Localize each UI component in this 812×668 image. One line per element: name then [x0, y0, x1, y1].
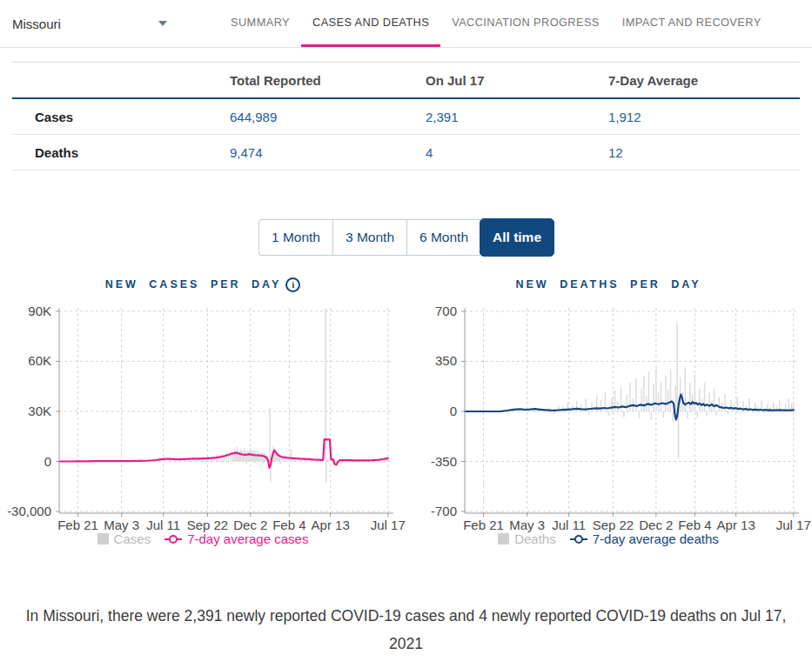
- region-selector[interactable]: Missouri: [12, 0, 167, 47]
- line-marker-icon: [570, 535, 587, 544]
- row-label-deaths: Deaths: [12, 145, 230, 160]
- tab-cases-and-deaths[interactable]: CASES AND DEATHS: [301, 0, 440, 47]
- deaths-bar-swatch-icon: [498, 533, 509, 544]
- new-cases-chart-card: NEW CASES PER DAY i 90K60K30K0-30,000Feb…: [0, 273, 406, 546]
- cases-bar-swatch-icon: [97, 533, 109, 544]
- column-header-on-jul-17: On Jul 17: [426, 63, 608, 97]
- tab-impact-and-recovery[interactable]: IMPACT AND RECOVERY: [611, 0, 773, 47]
- svg-text:Jul 11: Jul 11: [146, 518, 180, 532]
- svg-text:700: 700: [435, 304, 457, 318]
- svg-text:Dec 2: Dec 2: [639, 518, 673, 532]
- deaths-7-day-average: 12: [608, 145, 800, 160]
- svg-text:May 3: May 3: [509, 518, 545, 532]
- svg-text:Feb 4: Feb 4: [272, 518, 305, 532]
- charts-section: NEW CASES PER DAY i 90K60K30K0-30,000Feb…: [0, 273, 812, 546]
- svg-text:-30,000: -30,000: [7, 504, 51, 518]
- svg-text:Feb 4: Feb 4: [678, 518, 711, 532]
- legend-label-7-day-average-cases: 7-day average cases: [187, 531, 308, 546]
- svg-text:Feb 21: Feb 21: [57, 518, 98, 532]
- svg-text:350: 350: [435, 353, 457, 368]
- row-label-cases: Cases: [12, 110, 230, 124]
- stats-table: Total Reported On Jul 17 7-Day Average C…: [12, 62, 800, 170]
- stats-table-header-row: Total Reported On Jul 17 7-Day Average: [12, 63, 800, 99]
- new-deaths-chart-title: NEW DEATHS PER DAY: [406, 275, 811, 294]
- svg-text:Feb 21: Feb 21: [463, 518, 504, 532]
- svg-text:Jul 17: Jul 17: [776, 518, 811, 532]
- svg-text:Dec 2: Dec 2: [233, 518, 267, 532]
- legend-item-cases: Cases: [97, 531, 151, 546]
- table-row-cases: Cases 644,989 2,391 1,912: [12, 99, 800, 135]
- svg-text:0: 0: [450, 404, 457, 418]
- svg-text:Jul 17: Jul 17: [371, 518, 406, 532]
- svg-text:Apr 13: Apr 13: [312, 518, 350, 532]
- info-icon[interactable]: i: [285, 277, 300, 292]
- deaths-total-reported: 9,474: [230, 145, 426, 160]
- svg-text:60K: 60K: [28, 353, 51, 368]
- new-deaths-chart-plot[interactable]: 7003500-350-700Feb 21May 3Jul 11Sep 22De…: [406, 299, 811, 530]
- new-deaths-chart-card: NEW DEATHS PER DAY 7003500-350-700Feb 21…: [406, 273, 811, 546]
- svg-text:Sep 22: Sep 22: [593, 518, 634, 532]
- caret-down-icon: [158, 21, 167, 26]
- time-range-button-group: 1 Month 3 Month 6 Month All time: [0, 219, 812, 256]
- new-deaths-chart-legend: Deaths 7-day average deaths: [406, 531, 811, 546]
- column-header-7-day-average: 7-Day Average: [608, 63, 800, 97]
- legend-item-deaths: Deaths: [498, 531, 556, 546]
- legend-item-7-day-average-cases: 7-day average cases: [164, 531, 308, 546]
- summary-caption: In Missouri, there were 2,391 newly repo…: [22, 602, 791, 658]
- tab-summary[interactable]: SUMMARY: [219, 0, 301, 47]
- svg-text:Sep 22: Sep 22: [187, 518, 229, 532]
- cases-7-day-average: 1,912: [608, 110, 800, 124]
- column-header-total-reported: Total Reported: [230, 63, 426, 97]
- svg-text:May 3: May 3: [104, 518, 139, 532]
- svg-text:90K: 90K: [28, 304, 51, 318]
- legend-label-7-day-average-deaths: 7-day average deaths: [593, 531, 719, 546]
- svg-text:30K: 30K: [28, 404, 51, 418]
- table-row-deaths: Deaths 9,474 4 12: [12, 135, 800, 170]
- legend-label-deaths: Deaths: [514, 531, 556, 546]
- range-button-3-month[interactable]: 3 Month: [332, 219, 406, 256]
- line-marker-icon: [164, 535, 182, 544]
- new-cases-chart-plot[interactable]: 90K60K30K0-30,000Feb 21May 3Jul 11Sep 22…: [0, 299, 406, 530]
- range-button-6-month[interactable]: 6 Month: [406, 219, 480, 256]
- svg-text:Jul 11: Jul 11: [552, 518, 586, 532]
- new-cases-chart-title: NEW CASES PER DAY i: [0, 275, 406, 294]
- new-cases-chart-legend: Cases 7-day average cases: [0, 531, 406, 546]
- range-button-all-time[interactable]: All time: [480, 218, 554, 257]
- legend-item-7-day-average-deaths: 7-day average deaths: [570, 531, 719, 546]
- range-button-1-month[interactable]: 1 Month: [258, 219, 332, 256]
- new-deaths-chart-title-text: NEW DEATHS PER DAY: [516, 278, 701, 291]
- svg-text:-700: -700: [431, 504, 457, 518]
- tab-bar: SUMMARY CASES AND DEATHS VACCINATION PRO…: [219, 0, 773, 47]
- svg-text:0: 0: [44, 454, 51, 469]
- deaths-on-date: 4: [426, 145, 608, 160]
- page-header: Missouri SUMMARY CASES AND DEATHS VACCIN…: [0, 0, 812, 48]
- cases-total-reported: 644,989: [230, 110, 426, 124]
- svg-text:-350: -350: [431, 454, 457, 469]
- cases-on-date: 2,391: [426, 110, 608, 124]
- tab-vaccination-progress[interactable]: VACCINATION PROGRESS: [440, 0, 611, 47]
- legend-label-cases: Cases: [114, 531, 151, 546]
- new-cases-chart-title-text: NEW CASES PER DAY: [105, 278, 282, 291]
- region-selector-value: Missouri: [12, 17, 61, 31]
- svg-text:Apr 13: Apr 13: [717, 518, 755, 532]
